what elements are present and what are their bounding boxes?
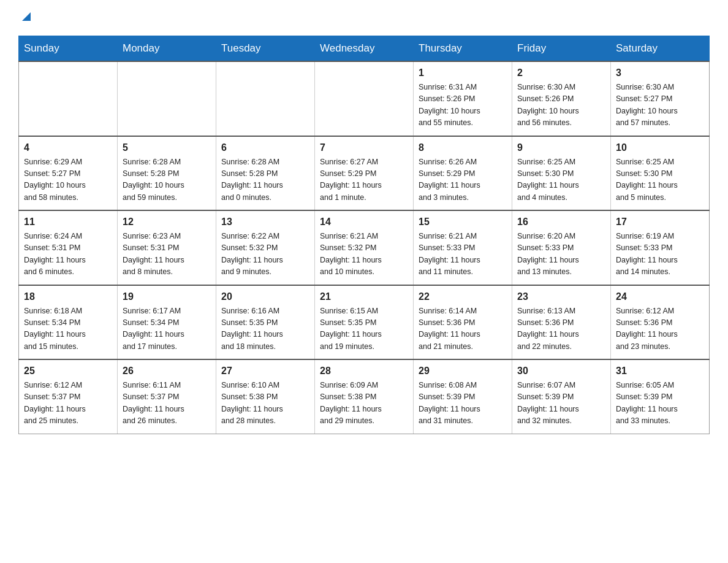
day-number: 28 — [320, 364, 408, 378]
day-info: Sunrise: 6:31 AMSunset: 5:26 PMDaylight:… — [419, 82, 507, 129]
day-cell — [216, 61, 315, 136]
day-info: Sunrise: 6:25 AMSunset: 5:30 PMDaylight:… — [616, 156, 704, 204]
day-info: Sunrise: 6:30 AMSunset: 5:27 PMDaylight:… — [616, 82, 704, 129]
day-number: 11 — [24, 215, 112, 229]
day-cell: 2Sunrise: 6:30 AMSunset: 5:26 PMDaylight… — [512, 61, 611, 136]
day-number: 18 — [24, 289, 112, 304]
day-info: Sunrise: 6:27 AMSunset: 5:29 PMDaylight:… — [320, 156, 408, 204]
day-number: 5 — [123, 140, 211, 155]
day-header-friday: Friday — [512, 36, 611, 62]
day-cell: 21Sunrise: 6:15 AMSunset: 5:35 PMDayligh… — [315, 285, 414, 360]
week-row-1: 4Sunrise: 6:29 AMSunset: 5:27 PMDaylight… — [19, 136, 710, 211]
day-cell: 8Sunrise: 6:26 AMSunset: 5:29 PMDaylight… — [414, 136, 512, 211]
calendar-table: SundayMondayTuesdayWednesdayThursdayFrid… — [18, 36, 710, 434]
day-number: 27 — [221, 364, 309, 378]
day-number: 16 — [517, 215, 605, 229]
day-info: Sunrise: 6:21 AMSunset: 5:33 PMDaylight:… — [419, 231, 507, 278]
day-number: 23 — [517, 289, 605, 304]
day-number: 25 — [24, 364, 112, 378]
day-cell — [19, 61, 118, 136]
day-cell: 28Sunrise: 6:09 AMSunset: 5:38 PMDayligh… — [315, 359, 414, 434]
day-number: 26 — [123, 364, 211, 378]
day-cell: 29Sunrise: 6:08 AMSunset: 5:39 PMDayligh… — [414, 359, 512, 434]
calendar-body: 1Sunrise: 6:31 AMSunset: 5:26 PMDaylight… — [19, 61, 710, 434]
day-cell: 22Sunrise: 6:14 AMSunset: 5:36 PMDayligh… — [414, 285, 512, 360]
day-info: Sunrise: 6:22 AMSunset: 5:32 PMDaylight:… — [221, 231, 309, 278]
day-info: Sunrise: 6:14 AMSunset: 5:36 PMDaylight:… — [419, 305, 507, 353]
day-number: 13 — [221, 215, 309, 229]
day-cell: 7Sunrise: 6:27 AMSunset: 5:29 PMDaylight… — [315, 136, 414, 211]
day-header-wednesday: Wednesday — [315, 36, 414, 62]
day-info: Sunrise: 6:28 AMSunset: 5:28 PMDaylight:… — [221, 156, 309, 204]
day-number: 2 — [517, 66, 605, 80]
day-cell: 6Sunrise: 6:28 AMSunset: 5:28 PMDaylight… — [216, 136, 315, 211]
day-cell: 4Sunrise: 6:29 AMSunset: 5:27 PMDaylight… — [19, 136, 118, 211]
day-info: Sunrise: 6:09 AMSunset: 5:38 PMDaylight:… — [320, 380, 408, 427]
day-cell: 16Sunrise: 6:20 AMSunset: 5:33 PMDayligh… — [512, 210, 611, 285]
day-info: Sunrise: 6:18 AMSunset: 5:34 PMDaylight:… — [24, 305, 112, 353]
day-cell: 23Sunrise: 6:13 AMSunset: 5:36 PMDayligh… — [512, 285, 611, 360]
day-header-sunday: Sunday — [19, 36, 118, 62]
day-info: Sunrise: 6:16 AMSunset: 5:35 PMDaylight:… — [221, 305, 309, 353]
day-number: 31 — [616, 364, 704, 378]
day-number: 12 — [123, 215, 211, 229]
day-number: 14 — [320, 215, 408, 229]
day-info: Sunrise: 6:05 AMSunset: 5:39 PMDaylight:… — [616, 380, 704, 427]
day-number: 21 — [320, 289, 408, 304]
day-cell — [315, 61, 414, 136]
day-number: 4 — [24, 140, 112, 155]
day-info: Sunrise: 6:29 AMSunset: 5:27 PMDaylight:… — [24, 156, 112, 204]
day-info: Sunrise: 6:12 AMSunset: 5:37 PMDaylight:… — [24, 380, 112, 427]
day-info: Sunrise: 6:17 AMSunset: 5:34 PMDaylight:… — [123, 305, 211, 353]
calendar-header: SundayMondayTuesdayWednesdayThursdayFrid… — [19, 36, 710, 62]
day-header-saturday: Saturday — [611, 36, 710, 62]
day-info: Sunrise: 6:15 AMSunset: 5:35 PMDaylight:… — [320, 305, 408, 353]
week-row-2: 11Sunrise: 6:24 AMSunset: 5:31 PMDayligh… — [19, 210, 710, 285]
header-row: SundayMondayTuesdayWednesdayThursdayFrid… — [19, 36, 710, 62]
day-info: Sunrise: 6:23 AMSunset: 5:31 PMDaylight:… — [123, 231, 211, 278]
day-cell: 1Sunrise: 6:31 AMSunset: 5:26 PMDaylight… — [414, 61, 512, 136]
week-row-3: 18Sunrise: 6:18 AMSunset: 5:34 PMDayligh… — [19, 285, 710, 360]
day-info: Sunrise: 6:10 AMSunset: 5:38 PMDaylight:… — [221, 380, 309, 427]
logo-triangle-icon — [20, 10, 33, 23]
day-header-monday: Monday — [118, 36, 216, 62]
day-cell: 5Sunrise: 6:28 AMSunset: 5:28 PMDaylight… — [118, 136, 216, 211]
day-info: Sunrise: 6:28 AMSunset: 5:28 PMDaylight:… — [123, 156, 211, 204]
week-row-0: 1Sunrise: 6:31 AMSunset: 5:26 PMDaylight… — [19, 61, 710, 136]
day-cell: 31Sunrise: 6:05 AMSunset: 5:39 PMDayligh… — [611, 359, 710, 434]
day-info: Sunrise: 6:26 AMSunset: 5:29 PMDaylight:… — [419, 156, 507, 204]
day-info: Sunrise: 6:12 AMSunset: 5:36 PMDaylight:… — [616, 305, 704, 353]
day-cell: 25Sunrise: 6:12 AMSunset: 5:37 PMDayligh… — [19, 359, 118, 434]
day-cell: 15Sunrise: 6:21 AMSunset: 5:33 PMDayligh… — [414, 210, 512, 285]
day-number: 7 — [320, 140, 408, 155]
day-number: 20 — [221, 289, 309, 304]
day-cell: 20Sunrise: 6:16 AMSunset: 5:35 PMDayligh… — [216, 285, 315, 360]
page-header — [18, 12, 710, 23]
day-number: 22 — [419, 289, 507, 304]
day-cell: 17Sunrise: 6:19 AMSunset: 5:33 PMDayligh… — [611, 210, 710, 285]
day-number: 15 — [419, 215, 507, 229]
day-cell: 9Sunrise: 6:25 AMSunset: 5:30 PMDaylight… — [512, 136, 611, 211]
day-number: 1 — [419, 66, 507, 80]
day-info: Sunrise: 6:20 AMSunset: 5:33 PMDaylight:… — [517, 231, 605, 278]
day-cell: 12Sunrise: 6:23 AMSunset: 5:31 PMDayligh… — [118, 210, 216, 285]
day-cell: 14Sunrise: 6:21 AMSunset: 5:32 PMDayligh… — [315, 210, 414, 285]
day-cell: 30Sunrise: 6:07 AMSunset: 5:39 PMDayligh… — [512, 359, 611, 434]
day-info: Sunrise: 6:30 AMSunset: 5:26 PMDaylight:… — [517, 82, 605, 129]
svg-marker-0 — [22, 12, 31, 21]
day-cell — [118, 61, 216, 136]
week-row-4: 25Sunrise: 6:12 AMSunset: 5:37 PMDayligh… — [19, 359, 710, 434]
day-cell: 18Sunrise: 6:18 AMSunset: 5:34 PMDayligh… — [19, 285, 118, 360]
day-number: 8 — [419, 140, 507, 155]
day-number: 3 — [616, 66, 704, 80]
day-info: Sunrise: 6:25 AMSunset: 5:30 PMDaylight:… — [517, 156, 605, 204]
day-info: Sunrise: 6:11 AMSunset: 5:37 PMDaylight:… — [123, 380, 211, 427]
day-cell: 24Sunrise: 6:12 AMSunset: 5:36 PMDayligh… — [611, 285, 710, 360]
day-info: Sunrise: 6:24 AMSunset: 5:31 PMDaylight:… — [24, 231, 112, 278]
day-header-tuesday: Tuesday — [216, 36, 315, 62]
day-info: Sunrise: 6:08 AMSunset: 5:39 PMDaylight:… — [419, 380, 507, 427]
day-cell: 19Sunrise: 6:17 AMSunset: 5:34 PMDayligh… — [118, 285, 216, 360]
day-number: 24 — [616, 289, 704, 304]
day-number: 17 — [616, 215, 704, 229]
day-info: Sunrise: 6:19 AMSunset: 5:33 PMDaylight:… — [616, 231, 704, 278]
